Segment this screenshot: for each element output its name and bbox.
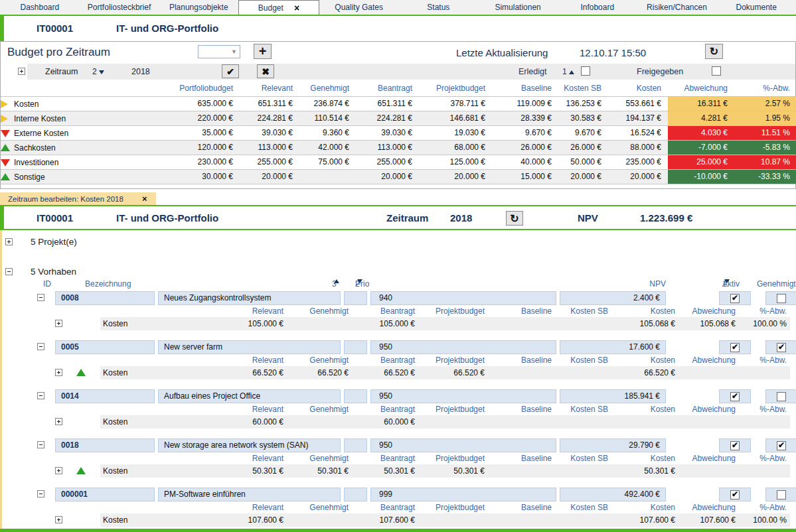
expander-plus-icon[interactable] [5,238,13,245]
cost-col-relevant: Relevant [102,305,289,317]
budget-row-label-cell: Investitionen [1,155,163,169]
budget-row-label[interactable]: Interne Kosten [14,114,66,123]
erledigt-checkbox[interactable] [581,66,590,76]
add-period-button[interactable]: + [254,44,272,59]
cell-abweichung: -10.000 € [668,170,734,184]
refresh-button[interactable]: ↻ [705,44,723,59]
cost-projektbudget: 66.520 € [420,366,490,379]
freigegeben-checkbox[interactable] [712,66,721,76]
cell-projektbudget: 125.000 € [419,155,492,169]
cost-abw-pct [741,415,792,429]
budget-row[interactable]: Kosten 635.000 € 651.311 € 236.874 € 651… [1,97,795,111]
cell-portfoliobudget: 635.000 € [163,97,240,111]
budget-row[interactable]: Interne Kosten 220.000 € 224.281 € 110.5… [1,111,795,126]
nav-tab[interactable]: Risiken/Chancen × [637,0,717,15]
genehmigt-checkbox[interactable] [777,441,786,450]
zeitraum-label: Zeitraum [386,212,428,224]
budget-row[interactable]: Investitionen 230.000 € 255.000 € 75.000… [1,155,795,170]
cost-col-beantragt: Beantragt [354,305,420,317]
cell-abweichung-pct: 2.57 % [734,97,796,111]
nav-tab[interactable]: Dokumente × [716,0,796,15]
expander-minus-icon[interactable] [37,343,44,350]
tab-close-icon[interactable]: × [142,194,147,203]
vorhaben-main-row[interactable]: 0014 Aufbau eines Project Office 950 185… [2,389,796,403]
expander-minus-icon[interactable] [37,490,44,498]
expander-plus-icon[interactable] [18,68,25,75]
cost-abw-pct [741,366,792,379]
nav-tab[interactable]: Planungsobjekte × [159,0,238,15]
aktiv-checkbox[interactable] [730,294,740,303]
vorhaben-main-row[interactable]: 0005 New server farm 950 17.600 € [2,340,796,354]
cost-col-genehmigt: Genehmigt [289,452,354,464]
trend-icon [1,159,9,166]
genehmigt-checkbox[interactable] [777,392,786,401]
vorhaben-name: PM-Software einführen [158,488,341,501]
cost-col-genehmigt: Genehmigt [289,354,354,366]
cell-kosten: 16.524 € [608,126,668,140]
aktiv-checkbox[interactable] [730,392,740,401]
aktiv-checkbox[interactable] [730,343,740,352]
erledigt-sort-indicator[interactable]: 1 [562,67,574,76]
tab-close-icon[interactable]: × [294,3,299,13]
expander-minus-icon[interactable] [37,294,44,301]
cell-relevant: 651.311 € [240,97,299,111]
budget-row[interactable]: Sonstige 30.000 € 20.000 € 20.000 € 20.0… [1,170,795,184]
nav-tab[interactable]: Status × [399,0,479,15]
expander-minus-icon[interactable] [37,441,44,448]
cost-abweichung [680,366,741,379]
expand-cell [2,389,55,403]
nav-tab[interactable]: Dashboard × [0,0,80,15]
cost-relevant: 105.000 € [102,317,289,330]
refresh-button[interactable]: ↻ [506,211,523,226]
erledigt-sort-header[interactable]: Erledigt [518,67,546,76]
zeitraum-sort-header[interactable]: Zeitraum [45,67,78,76]
cost-col-baseline: Baseline [490,403,557,415]
confirm-button[interactable]: ✔ [222,64,239,78]
vorhaben-npv: 29.790 € [560,438,666,452]
budget-row-label[interactable]: Sonstige [14,172,45,182]
cell-relevant: 224.281 € [240,111,299,125]
aktiv-checkbox[interactable] [730,490,740,499]
aktiv-checkbox[interactable] [730,441,740,450]
cost-projektbudget [420,513,490,527]
portfolio-id: IT00001 [37,212,73,224]
genehmigt-checkbox[interactable] [777,490,786,499]
genehmigt-checkbox[interactable] [777,294,786,303]
trend-icon [1,129,9,137]
expander-minus-icon[interactable] [37,392,44,399]
budget-row-label[interactable]: Sachkosten [14,143,56,153]
cost-kosten: 50.301 € [613,464,680,478]
nav-tab[interactable]: Portfoliosteckbrief × [80,0,159,15]
expander-minus-icon[interactable] [5,268,13,275]
zeitraum-sort-indicator[interactable]: 2 [92,67,104,76]
cost-col-kosten: Kosten [613,354,680,366]
vorhaben-block: 0014 Aufbau eines Project Office 950 185… [2,389,796,429]
nav-tab[interactable]: Budget × [238,0,319,15]
genehmigt-checkbox[interactable] [777,343,786,352]
period-select[interactable]: ▼ [198,45,240,58]
nav-tab[interactable]: Simulationen × [478,0,558,15]
nav-tab[interactable]: Infoboard × [558,0,637,15]
cost-col-abweichung: Abweichung [680,305,741,317]
cost-kosten-sb [557,317,613,330]
cancel-button[interactable]: ✖ [257,64,274,78]
cell-abweichung: -7.000 € [668,141,734,155]
vorhaben-main-row[interactable]: 000001 PM-Software einführen 999 492.400… [2,488,796,501]
spacer-cell [344,291,367,305]
budget-row-label[interactable]: Externe Kosten [14,129,68,138]
budget-row-label[interactable]: Investitionen [14,158,58,167]
cell-beantragt: 113.000 € [356,141,419,155]
vorhaben-prio: 950 [370,389,556,403]
cost-col-projektbudget: Projektbudget [420,403,490,415]
vorhaben-main-row[interactable]: 0018 New storage area network system (SA… [2,438,796,452]
budget-row[interactable]: Sachkosten 120.000 € 113.000 € 42.000 € … [1,141,795,155]
cost-abweichung [680,415,741,429]
vorhaben-prio: 950 [370,438,556,452]
nav-tab[interactable]: Quality Gates × [319,0,399,15]
cost-baseline [490,464,557,478]
budget-row-label-cell: Kosten [1,97,163,111]
vorhaben-main-row[interactable]: 0008 Neues Zugangskontrollsystem 940 2.4… [2,291,796,305]
edit-period-tab[interactable]: Zeitraum bearbeiten: Kosten 2018 × [0,192,156,205]
budget-row-label[interactable]: Kosten [14,100,39,109]
budget-row[interactable]: Externe Kosten 35.000 € 39.030 € 9.360 €… [1,126,795,141]
